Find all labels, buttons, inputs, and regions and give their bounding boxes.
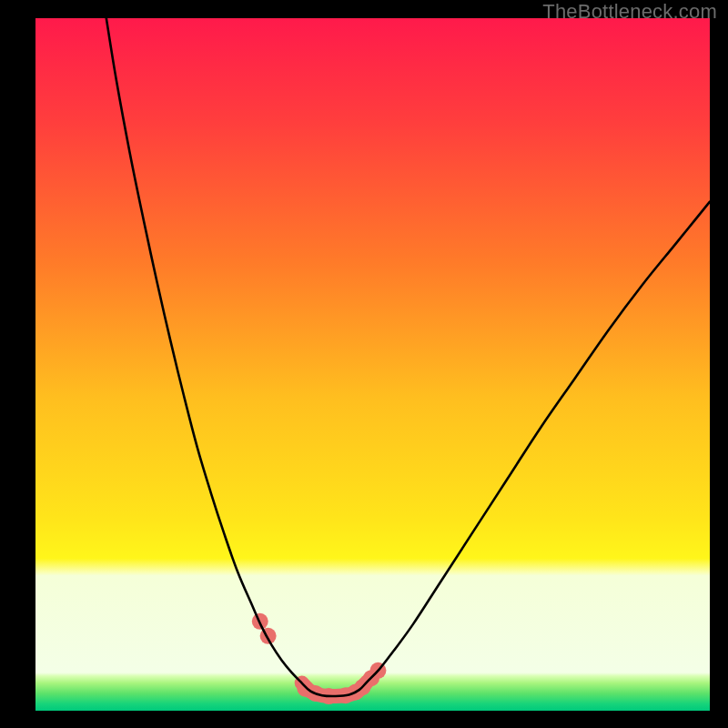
chart-root: TheBottleneck.com xyxy=(0,0,728,728)
gradient-background xyxy=(35,18,710,711)
plot-area xyxy=(35,18,710,711)
chart-svg xyxy=(35,18,710,711)
